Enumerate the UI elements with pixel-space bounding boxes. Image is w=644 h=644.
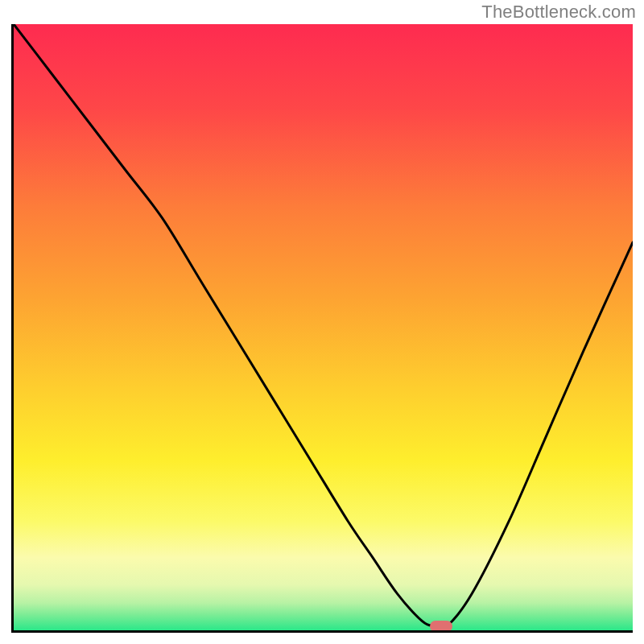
plot-area (14, 24, 633, 630)
bottleneck-curve (14, 24, 633, 630)
watermark-text: TheBottleneck.com (481, 2, 636, 23)
optimal-marker (430, 621, 452, 630)
chart-container: TheBottleneck.com (0, 0, 644, 644)
x-axis-line (11, 630, 633, 633)
